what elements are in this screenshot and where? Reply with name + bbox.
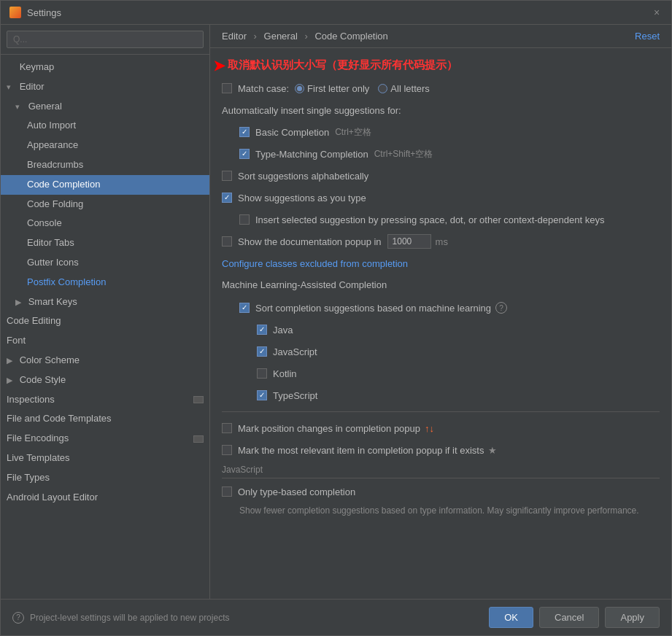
cancel-button[interactable]: Cancel bbox=[539, 607, 599, 628]
position-arrows-icon: ↑↓ bbox=[425, 423, 434, 434]
mark-position-checkbox[interactable] bbox=[222, 423, 232, 433]
expand-icon: ▾ bbox=[15, 101, 23, 114]
divider1 bbox=[222, 411, 660, 412]
java-label: Java bbox=[273, 325, 293, 336]
mark-relevant-checkbox[interactable] bbox=[222, 445, 232, 455]
breadcrumb-sep2: › bbox=[304, 31, 310, 42]
ml-sort-help-icon[interactable]: ? bbox=[495, 302, 507, 314]
sidebar-item-gutter-icons[interactable]: Gutter Icons bbox=[1, 253, 209, 273]
settings-dialog: Settings × Keymap ▾ Editor bbox=[0, 0, 672, 636]
sidebar-item-android-layout-editor[interactable]: Android Layout Editor bbox=[1, 488, 209, 508]
breadcrumb-part-code-completion: Code Completion bbox=[314, 31, 387, 42]
radio-first-letter-btn[interactable] bbox=[295, 84, 304, 93]
javascript-row: JavaScript bbox=[222, 343, 660, 360]
annotation-arrow: ➤ bbox=[213, 57, 225, 74]
expand-icon: ▶ bbox=[7, 354, 14, 368]
reset-button[interactable]: Reset bbox=[635, 31, 660, 42]
sidebar-item-editor-tabs[interactable]: Editor Tabs bbox=[1, 233, 209, 253]
annotation-overlay: ➤ 取消默认识别大小写（更好显示所有代码提示） bbox=[222, 57, 660, 74]
radio-all-letters[interactable]: All letters bbox=[378, 83, 429, 94]
inspections-settings-icon bbox=[193, 396, 204, 403]
basic-completion-checkbox[interactable] bbox=[239, 127, 250, 137]
radio-first-letter[interactable]: First letter only bbox=[295, 83, 369, 94]
basic-completion-row: Basic Completion Ctrl+空格 bbox=[222, 123, 660, 141]
sidebar-item-code-style[interactable]: ▶ Code Style bbox=[1, 371, 209, 390]
sidebar-item-inspections[interactable]: Inspections bbox=[1, 390, 209, 410]
sidebar: Keymap ▾ Editor ▾ General Auto Import bbox=[1, 25, 210, 599]
doc-popup-checkbox[interactable] bbox=[222, 236, 232, 247]
typescript-checkbox[interactable] bbox=[257, 390, 267, 400]
sidebar-item-font[interactable]: Font bbox=[1, 331, 209, 351]
insert-space-dot-checkbox[interactable] bbox=[239, 214, 250, 225]
sidebar-tree: Keymap ▾ Editor ▾ General Auto Import bbox=[1, 55, 209, 599]
type-matching-label: Type-Matching Completion bbox=[255, 149, 368, 160]
ml-sort-label: Sort completion suggestions based on mac… bbox=[255, 303, 491, 314]
sidebar-item-code-completion[interactable]: Code Completion bbox=[1, 175, 209, 195]
sidebar-item-file-encodings[interactable]: File Encodings bbox=[1, 429, 209, 449]
sidebar-item-console[interactable]: Console bbox=[1, 214, 209, 233]
show-as-you-type-row: Show suggestions as you type bbox=[222, 189, 660, 206]
match-case-label: Match case: bbox=[238, 83, 289, 94]
sidebar-item-auto-import[interactable]: Auto Import bbox=[1, 116, 209, 136]
auto-insert-label: Automatically insert single suggestions … bbox=[222, 105, 401, 116]
sort-alphabetically-checkbox[interactable] bbox=[222, 171, 232, 181]
sidebar-item-code-folding[interactable]: Code Folding bbox=[1, 195, 209, 214]
sidebar-item-general[interactable]: ▾ General bbox=[1, 97, 209, 117]
ok-button[interactable]: OK bbox=[489, 607, 533, 628]
sidebar-item-postfix-completion[interactable]: Postfix Completion bbox=[1, 273, 209, 292]
configure-link-row: Configure classes excluded from completi… bbox=[222, 255, 660, 272]
annotation-text: 取消默认识别大小写（更好显示所有代码提示） bbox=[222, 57, 660, 74]
apply-button[interactable]: Apply bbox=[605, 607, 660, 628]
sidebar-item-keymap[interactable]: Keymap bbox=[1, 58, 209, 77]
titlebar: Settings × bbox=[1, 1, 671, 25]
type-matching-checkbox[interactable] bbox=[239, 149, 250, 159]
search-box bbox=[1, 25, 209, 55]
configure-classes-link[interactable]: Configure classes excluded from completi… bbox=[222, 258, 408, 269]
javascript-label: JavaScript bbox=[273, 346, 317, 357]
ml-sort-checkbox[interactable] bbox=[239, 303, 250, 313]
main-content: Keymap ▾ Editor ▾ General Auto Import bbox=[1, 25, 671, 599]
breadcrumb-path: Editor › General › Code Completion bbox=[222, 31, 388, 42]
settings-body: ➤ 取消默认识别大小写（更好显示所有代码提示） Match case: Firs… bbox=[210, 48, 671, 599]
sidebar-item-appearance[interactable]: Appearance bbox=[1, 136, 209, 155]
java-checkbox[interactable] bbox=[257, 325, 267, 335]
only-type-based-checkbox[interactable] bbox=[222, 486, 232, 497]
radio-all-letters-btn[interactable] bbox=[378, 84, 387, 93]
sidebar-item-file-types[interactable]: File Types bbox=[1, 468, 209, 488]
show-as-you-type-label: Show suggestions as you type bbox=[238, 193, 366, 203]
kotlin-label: Kotlin bbox=[273, 368, 297, 379]
sidebar-item-color-scheme[interactable]: ▶ Color Scheme bbox=[1, 351, 209, 371]
sidebar-item-code-editing[interactable]: Code Editing bbox=[1, 311, 209, 331]
doc-popup-ms: ms bbox=[436, 236, 448, 247]
relevant-star-icon: ★ bbox=[488, 445, 497, 456]
ml-sort-row: Sort completion suggestions based on mac… bbox=[222, 299, 660, 317]
javascript-checkbox[interactable] bbox=[257, 346, 267, 357]
mark-relevant-row: Mark the most relevant item in completio… bbox=[222, 441, 660, 459]
bottom-info: ? Project-level settings will be applied… bbox=[12, 612, 489, 624]
mark-position-label: Mark position changes in completion popu… bbox=[238, 423, 420, 434]
btn-group: OK Cancel Apply bbox=[489, 607, 660, 628]
java-row: Java bbox=[222, 321, 660, 338]
search-input[interactable] bbox=[7, 31, 204, 48]
sidebar-item-editor[interactable]: ▾ Editor bbox=[1, 77, 209, 97]
sidebar-item-live-templates[interactable]: Live Templates bbox=[1, 449, 209, 468]
radio-all-letters-label: All letters bbox=[390, 83, 429, 94]
only-type-based-desc: Show fewer completion suggestions based … bbox=[239, 505, 660, 517]
match-case-radio-group: First letter only All letters bbox=[295, 83, 430, 94]
kotlin-checkbox[interactable] bbox=[257, 368, 267, 379]
sidebar-item-smart-keys[interactable]: ▶ Smart Keys bbox=[1, 292, 209, 312]
show-as-you-type-checkbox[interactable] bbox=[222, 193, 232, 203]
ml-section-label-row: Machine Learning-Assisted Completion bbox=[222, 276, 660, 295]
sidebar-item-breadcrumbs[interactable]: Breadcrumbs bbox=[1, 155, 209, 175]
bottom-info-text: Project-level settings will be applied t… bbox=[30, 613, 229, 623]
right-panel: Editor › General › Code Completion Reset… bbox=[210, 25, 671, 599]
bottom-bar: ? Project-level settings will be applied… bbox=[1, 599, 671, 635]
kotlin-row: Kotlin bbox=[222, 365, 660, 382]
sidebar-item-file-code-templates[interactable]: File and Code Templates bbox=[1, 409, 209, 429]
app-icon bbox=[9, 7, 21, 18]
match-case-checkbox[interactable] bbox=[222, 83, 232, 93]
close-button[interactable]: × bbox=[651, 7, 663, 18]
js-section-label: JavaScript bbox=[222, 465, 660, 478]
sort-alphabetically-label: Sort suggestions alphabetically bbox=[238, 171, 368, 182]
doc-popup-input[interactable] bbox=[387, 234, 431, 249]
